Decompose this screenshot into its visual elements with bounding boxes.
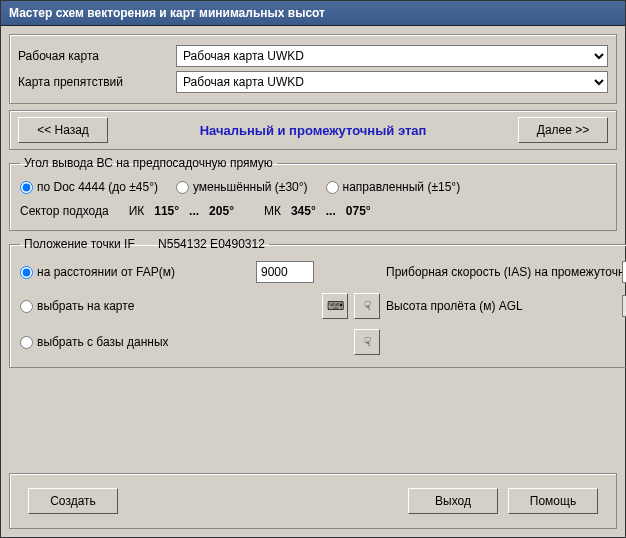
angle-opt-doc4444[interactable]: по Doc 4444 (до ±45°) — [20, 180, 158, 194]
ik-dots: ... — [189, 204, 199, 218]
create-button[interactable]: Создать — [28, 488, 118, 514]
if-group: Положение точки IF N554132 E0490312 на р… — [9, 237, 626, 368]
if-opt-map[interactable]: выбрать на карте — [20, 299, 250, 313]
angle-legend: Угол вывода ВС на предпосадочную прямую — [20, 156, 277, 170]
window-body: Рабочая карта Рабочая карта UWKD Карта п… — [1, 26, 625, 537]
if-opt-db[interactable]: выбрать с базы данных — [20, 335, 250, 349]
if-radio-db[interactable] — [20, 336, 33, 349]
angle-radio-reduced[interactable] — [176, 181, 189, 194]
footer-panel: Создать Выход Помощь — [9, 473, 617, 529]
mk-label: МК — [264, 204, 281, 218]
work-map-combo[interactable]: Рабочая карта UWKD — [176, 45, 608, 67]
if-grid: на расстоянии от FAP(м) Приборная скорос… — [20, 261, 626, 355]
sector-label: Сектор подхода — [20, 204, 109, 218]
angle-opt-directed-label: направленный (±15°) — [343, 180, 461, 194]
keyboard-icon: ⌨ — [327, 299, 344, 313]
next-button[interactable]: Далее >> — [518, 117, 608, 143]
if-radio-map[interactable] — [20, 300, 33, 313]
obstacle-map-combo[interactable]: Рабочая карта UWKD — [176, 71, 608, 93]
if-opt-distance-label: на расстоянии от FAP(м) — [37, 265, 175, 279]
if-distance-input[interactable] — [256, 261, 314, 283]
angle-radio-doc4444[interactable] — [20, 181, 33, 194]
wizard-window: Мастер схем векторения и карт минимальны… — [0, 0, 626, 538]
angle-opt-directed[interactable]: направленный (±15°) — [326, 180, 461, 194]
alt-input — [622, 295, 626, 317]
if-legend: Положение точки IF N554132 E0490312 — [20, 237, 269, 251]
pick-icon: ☟ — [364, 335, 371, 349]
step-title: Начальный и промежуточный этап — [108, 123, 518, 138]
if-opt-map-label: выбрать на карте — [37, 299, 134, 313]
angle-group: Угол вывода ВС на предпосадочную прямую … — [9, 156, 617, 231]
angle-radio-directed[interactable] — [326, 181, 339, 194]
angle-opt-doc4444-label: по Doc 4444 (до ±45°) — [37, 180, 158, 194]
alt-label: Высота пролёта (м) AGL — [386, 299, 616, 313]
back-button[interactable]: << Назад — [18, 117, 108, 143]
map-keyboard-button[interactable]: ⌨ — [322, 293, 348, 319]
if-coords: N554132 E0490312 — [158, 237, 265, 251]
angle-options: по Doc 4444 (до ±45°) уменьшённый (±30°)… — [20, 180, 606, 194]
if-radio-distance[interactable] — [20, 266, 33, 279]
sector-row: Сектор подхода ИК 115° ... 205° МК 345° … — [20, 204, 606, 218]
work-map-label: Рабочая карта — [18, 49, 168, 63]
ik-label: ИК — [129, 204, 145, 218]
angle-opt-reduced-label: уменьшённый (±30°) — [193, 180, 308, 194]
pick-icon: ☟ — [364, 299, 371, 313]
if-opt-db-label: выбрать с базы данных — [37, 335, 169, 349]
maps-panel: Рабочая карта Рабочая карта UWKD Карта п… — [9, 34, 617, 104]
mk-dots: ... — [326, 204, 336, 218]
nav-panel: << Назад Начальный и промежуточный этап … — [9, 110, 617, 150]
obstacle-map-label: Карта препятствий — [18, 75, 168, 89]
if-opt-distance[interactable]: на расстоянии от FAP(м) — [20, 265, 250, 279]
ias-label: Приборная скорость (IAS) на промежуточно… — [386, 265, 616, 279]
angle-opt-reduced[interactable]: уменьшённый (±30°) — [176, 180, 308, 194]
ias-input[interactable] — [622, 261, 626, 283]
mk-from: 345° — [291, 204, 316, 218]
map-pick-button[interactable]: ☟ — [354, 293, 380, 319]
db-pick-button[interactable]: ☟ — [354, 329, 380, 355]
exit-button[interactable]: Выход — [408, 488, 498, 514]
window-title: Мастер схем векторения и карт минимальны… — [1, 1, 625, 26]
ik-from: 115° — [154, 204, 179, 218]
mk-to: 075° — [346, 204, 371, 218]
ik-to: 205° — [209, 204, 234, 218]
help-button[interactable]: Помощь — [508, 488, 598, 514]
